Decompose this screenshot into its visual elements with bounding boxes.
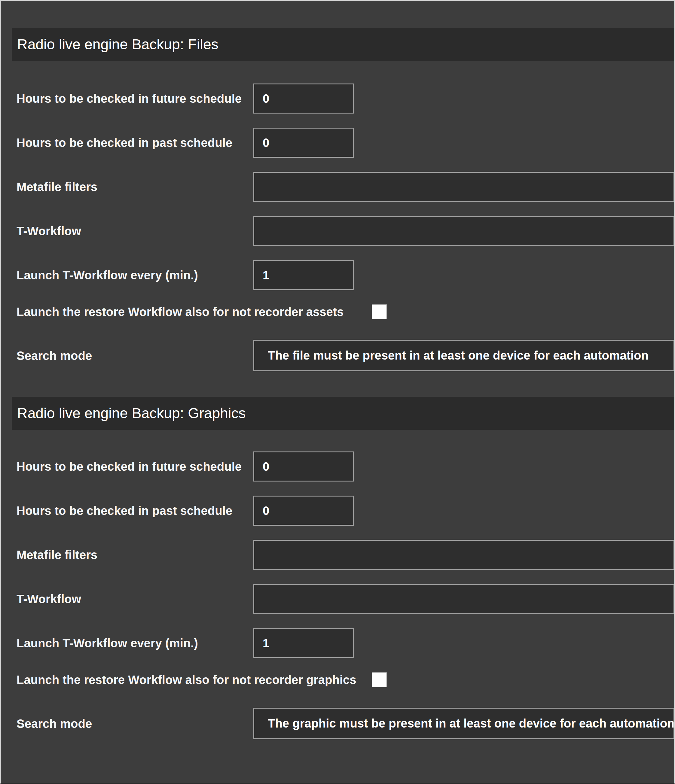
field-row-future-hours: Hours to be checked in future schedule xyxy=(1,451,674,482)
section-header-files: Radio live engine Backup: Files xyxy=(12,28,674,61)
metafile-filters-label: Metafile filters xyxy=(17,548,97,562)
restore-workflow-checkbox[interactable] xyxy=(372,304,387,319)
future-hours-input[interactable] xyxy=(253,451,354,482)
metafile-filters-input[interactable] xyxy=(253,540,674,570)
field-row-t-workflow: T-Workflow xyxy=(1,216,674,246)
search-mode-value: The graphic must be present in at least … xyxy=(268,717,674,730)
t-workflow-label: T-Workflow xyxy=(17,593,81,606)
launch-every-input[interactable] xyxy=(253,260,354,290)
field-row-t-workflow: T-Workflow xyxy=(1,584,674,614)
field-row-restore-workflow: Launch the restore Workflow also for not… xyxy=(1,297,674,327)
past-hours-input[interactable] xyxy=(253,496,354,526)
t-workflow-input[interactable] xyxy=(253,584,674,614)
field-row-search-mode: Search mode The file must be present in … xyxy=(1,340,674,371)
search-mode-select[interactable]: The graphic must be present in at least … xyxy=(253,708,674,739)
field-row-restore-workflow: Launch the restore Workflow also for not… xyxy=(1,665,674,695)
field-row-future-hours: Hours to be checked in future schedule xyxy=(1,84,674,114)
restore-workflow-checkbox[interactable] xyxy=(372,672,387,687)
search-mode-label: Search mode xyxy=(17,717,92,730)
section-header-graphics: Radio live engine Backup: Graphics xyxy=(12,397,674,430)
launch-every-input[interactable] xyxy=(253,628,354,658)
field-row-launch-every: Launch T-Workflow every (min.) xyxy=(1,260,674,290)
search-mode-value: The file must be present in at least one… xyxy=(268,349,648,362)
t-workflow-label: T-Workflow xyxy=(17,224,81,238)
field-row-search-mode: Search mode The graphic must be present … xyxy=(1,708,674,739)
search-mode-select[interactable]: The file must be present in at least one… xyxy=(253,340,674,371)
past-hours-label: Hours to be checked in past schedule xyxy=(17,504,232,518)
launch-every-label: Launch T-Workflow every (min.) xyxy=(17,269,198,282)
field-row-metafile-filters: Metafile filters xyxy=(1,540,674,570)
future-hours-input[interactable] xyxy=(253,84,354,114)
future-hours-label: Hours to be checked in future schedule xyxy=(17,460,242,473)
field-row-launch-every: Launch T-Workflow every (min.) xyxy=(1,628,674,658)
metafile-filters-input[interactable] xyxy=(253,172,674,202)
field-row-past-hours: Hours to be checked in past schedule xyxy=(1,496,674,526)
restore-workflow-label: Launch the restore Workflow also for not… xyxy=(17,305,343,319)
launch-every-label: Launch T-Workflow every (min.) xyxy=(17,636,198,650)
restore-workflow-label: Launch the restore Workflow also for not… xyxy=(17,673,357,687)
field-row-past-hours: Hours to be checked in past schedule xyxy=(1,128,674,158)
past-hours-input[interactable] xyxy=(253,128,354,158)
settings-page: Radio live engine Backup: Files Hours to… xyxy=(0,0,675,784)
search-mode-label: Search mode xyxy=(17,349,92,362)
field-row-metafile-filters: Metafile filters xyxy=(1,172,674,202)
t-workflow-input[interactable] xyxy=(253,216,674,246)
past-hours-label: Hours to be checked in past schedule xyxy=(17,136,232,149)
metafile-filters-label: Metafile filters xyxy=(17,180,97,194)
future-hours-label: Hours to be checked in future schedule xyxy=(17,92,242,106)
